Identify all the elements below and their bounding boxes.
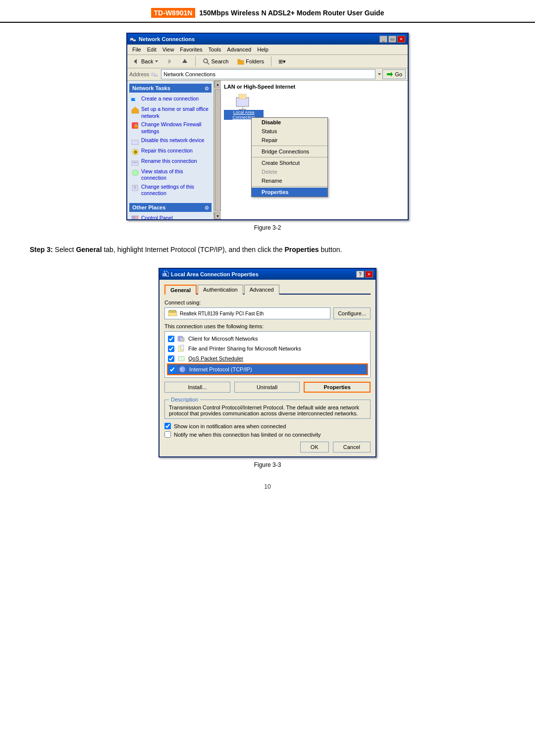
close-button[interactable]: ✕ <box>397 36 405 43</box>
dropdown-icon <box>377 70 381 78</box>
menu-file[interactable]: File <box>129 46 144 53</box>
back-icon <box>133 58 140 65</box>
sidebar-section-other-places-title: Other Places ⊙ <box>129 203 212 212</box>
menu-edit[interactable]: Edit <box>144 46 160 53</box>
up-button[interactable] <box>178 56 192 66</box>
sidebar-scrollbar[interactable]: ▲ ▼ <box>214 81 221 219</box>
titlebar-left: Network Connections <box>130 36 195 43</box>
collapse-icon[interactable]: ⊙ <box>205 86 209 91</box>
notify-label: Notify me when this connection has limit… <box>174 432 321 438</box>
properties-button[interactable]: Properties <box>304 382 371 393</box>
search-button[interactable]: Search <box>199 56 232 66</box>
svg-rect-50 <box>180 345 184 350</box>
sidebar-item-setup-home[interactable]: Set up a home or small office network <box>129 105 212 120</box>
sidebar-section-network-tasks: Network Tasks ⊙ + Create a new connectio… <box>129 84 212 198</box>
ctx-properties[interactable]: Properties <box>252 188 327 197</box>
sidebar-item-change-windows[interactable]: 🔒 Change Windows Firewall settings <box>129 120 212 136</box>
svg-marker-17 <box>132 107 139 113</box>
ctx-sep-2 <box>252 157 327 157</box>
svg-marker-6 <box>182 59 187 63</box>
toolbar-separator-2 <box>271 56 271 66</box>
ctx-sep-3 <box>252 186 327 187</box>
adapter-name: Realtek RTL8139 Family PCI Fast Eth <box>180 311 264 316</box>
svg-rect-1 <box>133 40 136 41</box>
sidebar-item-disable-network[interactable]: Disable this network device <box>129 136 212 147</box>
svg-rect-10 <box>238 59 240 61</box>
go-label: Go <box>395 71 402 77</box>
sidebar-item-rename[interactable]: Rename this connection <box>129 157 212 167</box>
rename-label: Rename this connection <box>141 158 197 165</box>
ctx-status[interactable]: Status <box>252 127 327 136</box>
fileprinter-checkbox[interactable] <box>168 346 174 352</box>
scroll-down-button[interactable]: ▼ <box>214 212 221 219</box>
svg-rect-40 <box>239 94 246 99</box>
install-button[interactable]: Install... <box>164 382 230 393</box>
lap-win-controls: ? ✕ <box>356 271 373 278</box>
list-item-tcpip[interactable]: T Internet Protocol (TCP/IP) <box>167 363 368 375</box>
list-item-client: Client for Microsoft Networks <box>167 334 368 344</box>
control-panel-icon <box>131 215 139 219</box>
ctx-bridge[interactable]: Bridge Connections <box>252 147 327 156</box>
sidebar-item-create-connection[interactable]: + Create a new connection <box>129 95 212 105</box>
figure-2-label: Figure 3-2 <box>254 224 281 231</box>
forward-icon <box>167 58 172 65</box>
menu-view[interactable]: View <box>160 46 177 53</box>
tab-general[interactable]: General <box>164 285 197 295</box>
notify-checkbox[interactable] <box>164 431 171 438</box>
client-checkbox[interactable] <box>168 336 174 342</box>
window-controls: _ ▭ ✕ <box>379 36 405 43</box>
scroll-thumb[interactable] <box>215 89 221 211</box>
network-connections-window: Network Connections _ ▭ ✕ File Edit View… <box>126 33 409 220</box>
sidebar-item-control-panel[interactable]: Control Panel <box>129 214 212 219</box>
ctx-disable[interactable]: Disable <box>252 118 327 127</box>
ctx-rename[interactable]: Rename <box>252 176 327 185</box>
svg-rect-11 <box>152 73 155 76</box>
context-menu: Disable Status Repair Bridge Connections… <box>251 117 328 197</box>
lap-close-button[interactable]: ✕ <box>365 271 373 278</box>
views-button[interactable]: ⊞▾ <box>275 57 289 66</box>
sidebar-item-view-status[interactable]: View status of this connection <box>129 167 212 183</box>
ctx-shortcut[interactable]: Create Shortcut <box>252 158 327 167</box>
menu-tools[interactable]: Tools <box>206 46 224 53</box>
maximize-button[interactable]: ▭ <box>388 36 396 43</box>
folders-button[interactable]: Folders <box>234 56 268 66</box>
minimize-button[interactable]: _ <box>379 36 387 43</box>
tab-advanced[interactable]: Advanced <box>244 285 279 295</box>
figure-3-label: Figure 3-3 <box>254 461 281 468</box>
menu-help[interactable]: Help <box>254 46 271 53</box>
adapter-box: Realtek RTL8139 Family PCI Fast Eth <box>164 307 330 319</box>
local-area-connection-props-window: Local Area Connection Properties ? ✕ Gen… <box>159 268 376 457</box>
help-button[interactable]: ? <box>356 271 364 278</box>
collapse-other-icon[interactable]: ⊙ <box>205 205 209 210</box>
svg-rect-20 <box>132 140 138 145</box>
setup-home-label: Set up a home or small office network <box>141 106 210 119</box>
svg-text:🔒: 🔒 <box>133 123 139 129</box>
back-button[interactable]: Back <box>129 56 162 66</box>
menu-advanced[interactable]: Advanced <box>224 46 254 53</box>
sidebar-item-change-settings[interactable]: Change settings of this connection <box>129 183 212 198</box>
disable-network-icon <box>131 138 139 146</box>
ctx-delete[interactable]: Delete <box>252 167 327 176</box>
tab-authentication[interactable]: Authentication <box>198 285 243 295</box>
ctx-repair[interactable]: Repair <box>252 136 327 145</box>
search-label: Search <box>211 58 228 64</box>
sidebar-item-repair[interactable]: ⚙ Repair this connection <box>129 147 212 157</box>
scroll-up-button[interactable]: ▲ <box>214 81 221 88</box>
go-button[interactable]: Go <box>382 69 406 79</box>
cancel-button[interactable]: Cancel <box>333 442 371 453</box>
svg-text:T: T <box>180 368 183 371</box>
description-legend: Description <box>169 397 200 403</box>
qos-checkbox[interactable] <box>168 355 174 362</box>
page-header: TD-W8901N 150Mbps Wireless N ADSL2+ Mode… <box>0 0 535 23</box>
address-box[interactable]: Network Connections <box>161 69 375 79</box>
ok-button[interactable]: OK <box>300 442 329 453</box>
menu-favorites[interactable]: Favorites <box>177 46 205 53</box>
forward-button[interactable] <box>164 56 176 66</box>
tcpip-checkbox[interactable] <box>169 366 175 373</box>
change-settings-icon <box>131 184 139 192</box>
uninstall-button[interactable]: Uninstall <box>234 382 300 393</box>
configure-button[interactable]: Configure... <box>333 307 371 319</box>
step3-bold1: General <box>76 246 102 253</box>
back-label: Back <box>141 58 153 64</box>
show-icon-checkbox[interactable] <box>164 423 171 429</box>
